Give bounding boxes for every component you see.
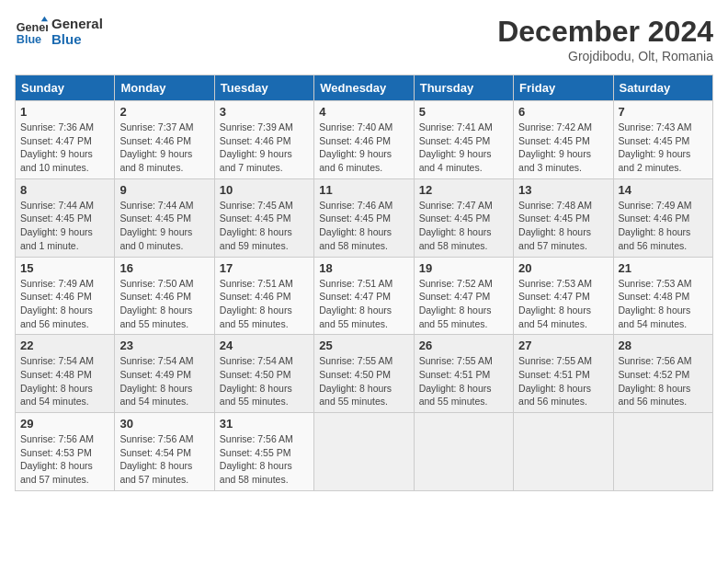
calendar-cell: 17Sunrise: 7:51 AM Sunset: 4:46 PM Dayli… xyxy=(214,257,313,335)
calendar-cell: 26Sunrise: 7:55 AM Sunset: 4:51 PM Dayli… xyxy=(414,335,513,413)
day-info: Sunrise: 7:54 AM Sunset: 4:49 PM Dayligh… xyxy=(119,354,209,408)
day-number: 3 xyxy=(220,105,309,119)
calendar-cell: 30Sunrise: 7:56 AM Sunset: 4:54 PM Dayli… xyxy=(115,413,214,491)
calendar-cell xyxy=(314,413,414,491)
day-number: 18 xyxy=(319,261,408,275)
calendar-cell: 9Sunrise: 7:44 AM Sunset: 4:45 PM Daylig… xyxy=(115,178,214,257)
day-number: 2 xyxy=(119,105,209,119)
day-number: 20 xyxy=(518,261,608,275)
day-info: Sunrise: 7:44 AM Sunset: 4:45 PM Dayligh… xyxy=(119,199,209,253)
calendar-cell: 29Sunrise: 7:56 AM Sunset: 4:53 PM Dayli… xyxy=(16,413,115,491)
calendar-cell: 3Sunrise: 7:39 AM Sunset: 4:46 PM Daylig… xyxy=(214,101,313,179)
day-number: 10 xyxy=(220,183,309,197)
calendar-cell: 21Sunrise: 7:53 AM Sunset: 4:48 PM Dayli… xyxy=(613,257,712,335)
day-info: Sunrise: 7:41 AM Sunset: 4:45 PM Dayligh… xyxy=(419,121,508,175)
day-info: Sunrise: 7:49 AM Sunset: 4:46 PM Dayligh… xyxy=(619,199,708,253)
day-info: Sunrise: 7:39 AM Sunset: 4:46 PM Dayligh… xyxy=(220,121,309,175)
day-number: 14 xyxy=(619,183,708,197)
calendar-cell: 7Sunrise: 7:43 AM Sunset: 4:45 PM Daylig… xyxy=(613,101,712,179)
day-info: Sunrise: 7:40 AM Sunset: 4:46 PM Dayligh… xyxy=(319,121,408,175)
day-info: Sunrise: 7:42 AM Sunset: 4:45 PM Dayligh… xyxy=(518,121,608,175)
day-info: Sunrise: 7:44 AM Sunset: 4:45 PM Dayligh… xyxy=(20,199,109,253)
calendar-cell: 23Sunrise: 7:54 AM Sunset: 4:49 PM Dayli… xyxy=(115,335,214,413)
calendar-cell: 18Sunrise: 7:51 AM Sunset: 4:47 PM Dayli… xyxy=(314,257,414,335)
day-number: 27 xyxy=(518,339,608,352)
calendar-cell: 22Sunrise: 7:54 AM Sunset: 4:48 PM Dayli… xyxy=(16,335,115,413)
day-number: 1 xyxy=(20,105,109,119)
day-number: 31 xyxy=(220,417,309,431)
day-number: 30 xyxy=(119,417,209,431)
day-info: Sunrise: 7:55 AM Sunset: 4:50 PM Dayligh… xyxy=(319,354,408,408)
day-info: Sunrise: 7:49 AM Sunset: 4:46 PM Dayligh… xyxy=(20,277,109,331)
day-info: Sunrise: 7:46 AM Sunset: 4:45 PM Dayligh… xyxy=(319,199,408,253)
day-info: Sunrise: 7:56 AM Sunset: 4:54 PM Dayligh… xyxy=(119,432,209,487)
logo: General Blue General Blue xyxy=(15,15,103,48)
day-number: 22 xyxy=(20,339,109,352)
svg-marker-2 xyxy=(41,17,48,21)
day-number: 8 xyxy=(20,183,109,197)
calendar-cell: 15Sunrise: 7:49 AM Sunset: 4:46 PM Dayli… xyxy=(16,257,115,335)
calendar-cell: 19Sunrise: 7:52 AM Sunset: 4:47 PM Dayli… xyxy=(414,257,513,335)
weekday-header-monday: Monday xyxy=(115,75,214,101)
day-number: 11 xyxy=(319,183,408,197)
calendar-table: SundayMondayTuesdayWednesdayThursdayFrid… xyxy=(15,75,713,491)
calendar-cell: 24Sunrise: 7:54 AM Sunset: 4:50 PM Dayli… xyxy=(214,335,313,413)
day-info: Sunrise: 7:50 AM Sunset: 4:46 PM Dayligh… xyxy=(119,277,209,331)
calendar-cell: 13Sunrise: 7:48 AM Sunset: 4:45 PM Dayli… xyxy=(514,178,613,257)
day-number: 21 xyxy=(619,261,708,275)
logo-line2: Blue xyxy=(51,31,103,47)
weekday-header-sunday: Sunday xyxy=(16,75,115,101)
calendar-cell: 1Sunrise: 7:36 AM Sunset: 4:47 PM Daylig… xyxy=(16,101,115,179)
day-number: 25 xyxy=(319,339,408,352)
day-info: Sunrise: 7:53 AM Sunset: 4:47 PM Dayligh… xyxy=(518,277,608,331)
calendar-cell: 6Sunrise: 7:42 AM Sunset: 4:45 PM Daylig… xyxy=(514,101,613,179)
calendar-cell: 27Sunrise: 7:55 AM Sunset: 4:51 PM Dayli… xyxy=(514,335,613,413)
day-info: Sunrise: 7:36 AM Sunset: 4:47 PM Dayligh… xyxy=(20,121,109,175)
weekday-header-wednesday: Wednesday xyxy=(314,75,414,101)
day-number: 17 xyxy=(220,261,309,275)
day-info: Sunrise: 7:56 AM Sunset: 4:53 PM Dayligh… xyxy=(20,432,109,487)
calendar-cell: 10Sunrise: 7:45 AM Sunset: 4:45 PM Dayli… xyxy=(214,178,313,257)
calendar-cell: 12Sunrise: 7:47 AM Sunset: 4:45 PM Dayli… xyxy=(414,178,513,257)
day-info: Sunrise: 7:48 AM Sunset: 4:45 PM Dayligh… xyxy=(518,199,608,253)
title-block: December 2024 Grojdibodu, Olt, Romania xyxy=(497,15,713,63)
location-subtitle: Grojdibodu, Olt, Romania xyxy=(497,49,713,63)
day-number: 6 xyxy=(518,105,608,119)
calendar-cell: 16Sunrise: 7:50 AM Sunset: 4:46 PM Dayli… xyxy=(115,257,214,335)
logo-line1: General xyxy=(51,16,103,31)
weekday-header-saturday: Saturday xyxy=(613,75,712,101)
day-number: 16 xyxy=(119,261,209,275)
calendar-cell: 31Sunrise: 7:56 AM Sunset: 4:55 PM Dayli… xyxy=(214,413,313,491)
calendar-header-row: SundayMondayTuesdayWednesdayThursdayFrid… xyxy=(16,75,713,101)
calendar-cell: 8Sunrise: 7:44 AM Sunset: 4:45 PM Daylig… xyxy=(16,178,115,257)
weekday-header-friday: Friday xyxy=(514,75,613,101)
calendar-week-4: 22Sunrise: 7:54 AM Sunset: 4:48 PM Dayli… xyxy=(16,335,713,413)
day-info: Sunrise: 7:53 AM Sunset: 4:48 PM Dayligh… xyxy=(619,277,708,331)
day-number: 12 xyxy=(419,183,508,197)
day-info: Sunrise: 7:37 AM Sunset: 4:46 PM Dayligh… xyxy=(119,121,209,175)
calendar-cell: 14Sunrise: 7:49 AM Sunset: 4:46 PM Dayli… xyxy=(613,178,712,257)
day-number: 26 xyxy=(419,339,508,352)
day-number: 23 xyxy=(119,339,209,352)
calendar-week-2: 8Sunrise: 7:44 AM Sunset: 4:45 PM Daylig… xyxy=(16,178,713,257)
day-info: Sunrise: 7:47 AM Sunset: 4:45 PM Dayligh… xyxy=(419,199,508,253)
day-info: Sunrise: 7:56 AM Sunset: 4:55 PM Dayligh… xyxy=(220,432,309,487)
day-info: Sunrise: 7:45 AM Sunset: 4:45 PM Dayligh… xyxy=(220,199,309,253)
day-number: 24 xyxy=(220,339,309,352)
day-number: 9 xyxy=(119,183,209,197)
day-number: 7 xyxy=(619,105,708,119)
calendar-cell: 20Sunrise: 7:53 AM Sunset: 4:47 PM Dayli… xyxy=(514,257,613,335)
calendar-cell: 11Sunrise: 7:46 AM Sunset: 4:45 PM Dayli… xyxy=(314,178,414,257)
day-info: Sunrise: 7:51 AM Sunset: 4:46 PM Dayligh… xyxy=(220,277,309,331)
day-number: 5 xyxy=(419,105,508,119)
calendar-cell: 5Sunrise: 7:41 AM Sunset: 4:45 PM Daylig… xyxy=(414,101,513,179)
day-number: 15 xyxy=(20,261,109,275)
day-info: Sunrise: 7:56 AM Sunset: 4:52 PM Dayligh… xyxy=(619,354,708,408)
calendar-cell: 4Sunrise: 7:40 AM Sunset: 4:46 PM Daylig… xyxy=(314,101,414,179)
month-title: December 2024 xyxy=(497,15,713,49)
day-info: Sunrise: 7:43 AM Sunset: 4:45 PM Dayligh… xyxy=(619,121,708,175)
calendar-week-1: 1Sunrise: 7:36 AM Sunset: 4:47 PM Daylig… xyxy=(16,101,713,179)
day-info: Sunrise: 7:54 AM Sunset: 4:48 PM Dayligh… xyxy=(20,354,109,408)
calendar-cell: 25Sunrise: 7:55 AM Sunset: 4:50 PM Dayli… xyxy=(314,335,414,413)
calendar-cell xyxy=(613,413,712,491)
